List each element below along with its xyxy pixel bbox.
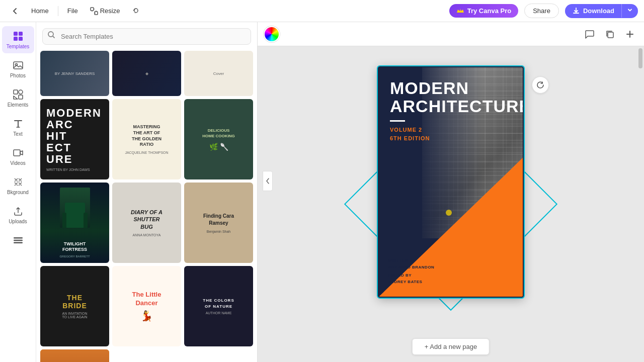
try-pro-button[interactable]: Try Canva Pro: [449, 4, 518, 18]
duplicate-button[interactable]: [602, 26, 618, 42]
svg-rect-5: [19, 37, 23, 41]
list-item[interactable]: TWILIGHTFORTRESS GREGORY BARRETT: [40, 183, 109, 263]
sidebar-item-text[interactable]: Text: [2, 114, 34, 141]
svg-rect-12: [14, 237, 23, 239]
list-item[interactable]: MODERNARCHITECTURE WRITTEN BY JOHN DAWS: [40, 99, 109, 179]
add-element-button[interactable]: [622, 26, 638, 42]
svg-rect-13: [14, 240, 23, 241]
share-button[interactable]: Share: [524, 4, 559, 18]
svg-rect-11: [14, 150, 20, 156]
list-item[interactable]: DIARY OF ASHUTTERBUG ANNA MONTOYA: [112, 183, 181, 263]
list-item[interactable]: The LittleDancer 💃: [112, 266, 181, 346]
list-item[interactable]: Finding CaraRamsey Benjamin Shah: [184, 183, 253, 263]
download-group: Download: [565, 4, 638, 18]
book-subtitle: VOLUME 2 6TH EDITION: [390, 126, 512, 142]
written-by-label: WRITTEN BY: [388, 258, 434, 264]
chevron-left-icon: [266, 177, 270, 185]
edited-by-name: AUDREY BATES: [388, 279, 434, 286]
svg-rect-6: [14, 62, 23, 69]
svg-rect-0: [91, 8, 94, 11]
sidebar-item-uploads[interactable]: Uploads: [2, 201, 34, 228]
templates-label: Templates: [7, 44, 30, 49]
search-icon: [47, 31, 55, 41]
photos-label: Photos: [10, 73, 26, 78]
list-item[interactable]: [40, 349, 109, 362]
scrollbar-thumb: [638, 48, 642, 68]
videos-label: Videos: [10, 160, 25, 166]
list-item[interactable]: THE COLORSOF NATURE AUTHOR NAME: [184, 266, 253, 346]
file-label: File: [67, 7, 78, 15]
text-label: Text: [13, 131, 22, 137]
book-divider: [390, 120, 405, 122]
download-dropdown-button[interactable]: [621, 4, 638, 18]
refresh-icon: [536, 81, 544, 89]
elements-icon: [12, 88, 24, 101]
svg-rect-3: [19, 32, 23, 36]
add-icon: [625, 29, 635, 39]
templates-panel: BY JENNY SANDERS ◆ Cover MODERNARCHITECT…: [36, 22, 258, 362]
videos-icon: [12, 147, 24, 159]
svg-rect-2: [14, 32, 18, 36]
templates-icon: [12, 30, 24, 42]
home-button[interactable]: Home: [26, 5, 54, 17]
back-button[interactable]: [6, 5, 24, 18]
sidebar: Templates Photos Elements: [0, 22, 36, 362]
book-cover-container[interactable]: MODERNARCHITECTURE VOLUME 2 6TH EDITION …: [378, 66, 524, 298]
try-pro-label: Try Canva Pro: [467, 7, 511, 15]
download-label: Download: [583, 7, 614, 15]
written-by-name: ARMANDO BRANDON: [388, 264, 434, 271]
sidebar-item-photos[interactable]: Photos: [2, 55, 34, 82]
comment-icon: [585, 29, 595, 39]
list-item[interactable]: THEBRIDE AN INVITATIONTO LIVE AGAIN: [40, 266, 109, 346]
edited-by-label: EDITED BY: [388, 273, 434, 279]
sidebar-item-more[interactable]: [2, 230, 34, 250]
svg-rect-4: [14, 37, 18, 41]
elements-label: Elements: [8, 102, 29, 108]
undo-button[interactable]: [127, 4, 146, 18]
uploads-icon: [12, 205, 24, 217]
sidebar-item-videos[interactable]: Videos: [2, 143, 34, 170]
resize-icon: [90, 7, 98, 15]
background-icon: [12, 176, 24, 188]
search-bar: [36, 22, 257, 49]
book-main-title: MODERNARCHITECTURE: [390, 79, 512, 115]
list-item[interactable]: MASTERINGTHE ART OFTHE GOLDENRATIO JACQU…: [112, 99, 181, 179]
download-button[interactable]: Download: [565, 4, 621, 18]
sidebar-item-background[interactable]: Bkground: [2, 172, 34, 199]
resize-button[interactable]: Resize: [85, 5, 125, 18]
svg-rect-16: [608, 32, 613, 38]
comment-button[interactable]: [582, 26, 598, 42]
back-icon: [11, 7, 19, 15]
svg-rect-8: [14, 90, 18, 94]
photos-icon: [12, 59, 24, 71]
book-cover[interactable]: MODERNARCHITECTURE VOLUME 2 6TH EDITION …: [378, 66, 524, 298]
book-author-info: WRITTEN BY ARMANDO BRANDON EDITED BY AUD…: [388, 258, 434, 286]
background-label: Bkground: [7, 190, 29, 195]
list-item[interactable]: BY JENNY SANDERS: [40, 51, 109, 96]
add-page-button[interactable]: + Add a new page: [412, 338, 490, 355]
sidebar-item-templates[interactable]: Templates: [2, 26, 34, 53]
templates-grid: BY JENNY SANDERS ◆ Cover MODERNARCHITECT…: [36, 49, 257, 362]
file-button[interactable]: File: [62, 5, 83, 17]
search-input[interactable]: [42, 28, 251, 45]
download-icon: [572, 7, 580, 15]
share-label: Share: [533, 7, 550, 15]
sidebar-item-elements[interactable]: Elements: [2, 84, 34, 112]
collapse-panel-button[interactable]: [263, 171, 273, 191]
canvas-scroll[interactable]: MODERNARCHITECTURE VOLUME 2 6TH EDITION …: [258, 46, 644, 362]
color-picker-button[interactable]: [264, 26, 280, 42]
nav-separator: [58, 6, 58, 16]
chevron-down-icon: [627, 7, 633, 13]
undo-icon: [132, 7, 141, 16]
crown-icon: [456, 8, 464, 15]
refresh-button[interactable]: [532, 76, 549, 94]
list-item[interactable]: ◆: [112, 51, 181, 96]
svg-point-9: [19, 90, 23, 94]
top-navigation: Home File Resize Try Canva Pro Share: [0, 0, 644, 22]
canvas-scrollbar[interactable]: [637, 46, 644, 362]
main-content: Templates Photos Elements: [0, 22, 644, 362]
list-item[interactable]: DELICIOUSHOME COOKING 🌿🥄: [184, 99, 253, 179]
resize-label: Resize: [100, 7, 120, 15]
canvas-area: MODERNARCHITECTURE VOLUME 2 6TH EDITION …: [258, 22, 644, 362]
list-item[interactable]: Cover: [184, 51, 253, 96]
